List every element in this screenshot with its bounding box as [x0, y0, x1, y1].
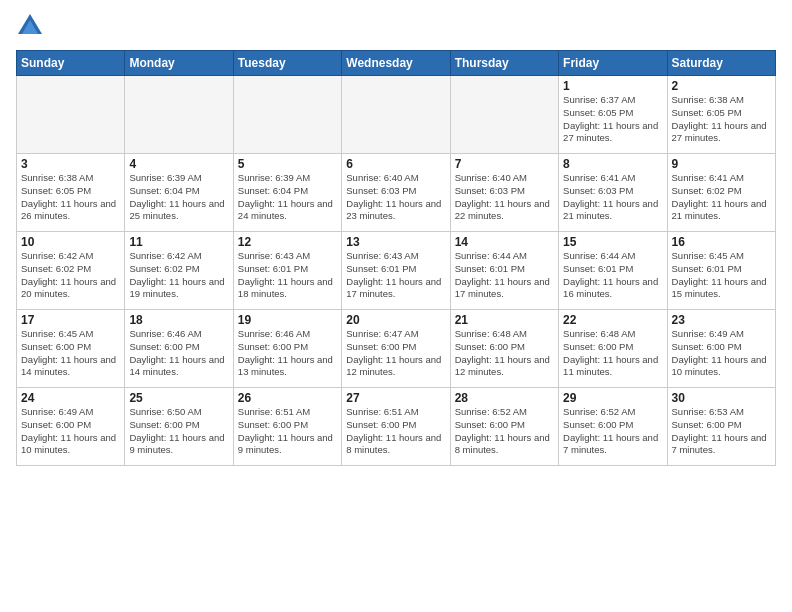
day-number: 24: [21, 391, 120, 405]
day-number: 25: [129, 391, 228, 405]
header-monday: Monday: [125, 51, 233, 76]
day-info: Sunrise: 6:46 AM Sunset: 6:00 PM Dayligh…: [129, 328, 228, 379]
day-cell: [342, 76, 450, 154]
day-number: 15: [563, 235, 662, 249]
day-info: Sunrise: 6:38 AM Sunset: 6:05 PM Dayligh…: [21, 172, 120, 223]
day-info: Sunrise: 6:39 AM Sunset: 6:04 PM Dayligh…: [238, 172, 337, 223]
week-row-1: 3Sunrise: 6:38 AM Sunset: 6:05 PM Daylig…: [17, 154, 776, 232]
day-info: Sunrise: 6:46 AM Sunset: 6:00 PM Dayligh…: [238, 328, 337, 379]
day-info: Sunrise: 6:38 AM Sunset: 6:05 PM Dayligh…: [672, 94, 771, 145]
day-cell: 12Sunrise: 6:43 AM Sunset: 6:01 PM Dayli…: [233, 232, 341, 310]
header-saturday: Saturday: [667, 51, 775, 76]
day-cell: 4Sunrise: 6:39 AM Sunset: 6:04 PM Daylig…: [125, 154, 233, 232]
day-info: Sunrise: 6:43 AM Sunset: 6:01 PM Dayligh…: [346, 250, 445, 301]
logo-icon: [16, 12, 44, 40]
day-number: 11: [129, 235, 228, 249]
day-cell: 3Sunrise: 6:38 AM Sunset: 6:05 PM Daylig…: [17, 154, 125, 232]
day-info: Sunrise: 6:49 AM Sunset: 6:00 PM Dayligh…: [21, 406, 120, 457]
day-cell: 2Sunrise: 6:38 AM Sunset: 6:05 PM Daylig…: [667, 76, 775, 154]
day-info: Sunrise: 6:41 AM Sunset: 6:02 PM Dayligh…: [672, 172, 771, 223]
day-info: Sunrise: 6:51 AM Sunset: 6:00 PM Dayligh…: [346, 406, 445, 457]
day-cell: 26Sunrise: 6:51 AM Sunset: 6:00 PM Dayli…: [233, 388, 341, 466]
day-number: 28: [455, 391, 554, 405]
day-number: 19: [238, 313, 337, 327]
day-info: Sunrise: 6:48 AM Sunset: 6:00 PM Dayligh…: [455, 328, 554, 379]
day-number: 20: [346, 313, 445, 327]
day-info: Sunrise: 6:50 AM Sunset: 6:00 PM Dayligh…: [129, 406, 228, 457]
logo: [16, 12, 48, 40]
day-cell: 14Sunrise: 6:44 AM Sunset: 6:01 PM Dayli…: [450, 232, 558, 310]
day-info: Sunrise: 6:51 AM Sunset: 6:00 PM Dayligh…: [238, 406, 337, 457]
day-number: 2: [672, 79, 771, 93]
day-info: Sunrise: 6:40 AM Sunset: 6:03 PM Dayligh…: [346, 172, 445, 223]
day-number: 3: [21, 157, 120, 171]
calendar: SundayMondayTuesdayWednesdayThursdayFrid…: [16, 50, 776, 466]
day-cell: 7Sunrise: 6:40 AM Sunset: 6:03 PM Daylig…: [450, 154, 558, 232]
day-info: Sunrise: 6:37 AM Sunset: 6:05 PM Dayligh…: [563, 94, 662, 145]
calendar-header-row: SundayMondayTuesdayWednesdayThursdayFrid…: [17, 51, 776, 76]
page-container: SundayMondayTuesdayWednesdayThursdayFrid…: [0, 0, 792, 612]
day-cell: 20Sunrise: 6:47 AM Sunset: 6:00 PM Dayli…: [342, 310, 450, 388]
day-number: 29: [563, 391, 662, 405]
day-cell: 18Sunrise: 6:46 AM Sunset: 6:00 PM Dayli…: [125, 310, 233, 388]
day-info: Sunrise: 6:49 AM Sunset: 6:00 PM Dayligh…: [672, 328, 771, 379]
day-cell: 22Sunrise: 6:48 AM Sunset: 6:00 PM Dayli…: [559, 310, 667, 388]
day-number: 26: [238, 391, 337, 405]
day-info: Sunrise: 6:43 AM Sunset: 6:01 PM Dayligh…: [238, 250, 337, 301]
day-number: 27: [346, 391, 445, 405]
day-number: 6: [346, 157, 445, 171]
header-thursday: Thursday: [450, 51, 558, 76]
day-info: Sunrise: 6:52 AM Sunset: 6:00 PM Dayligh…: [455, 406, 554, 457]
day-number: 18: [129, 313, 228, 327]
week-row-4: 24Sunrise: 6:49 AM Sunset: 6:00 PM Dayli…: [17, 388, 776, 466]
day-number: 9: [672, 157, 771, 171]
header-sunday: Sunday: [17, 51, 125, 76]
day-cell: 6Sunrise: 6:40 AM Sunset: 6:03 PM Daylig…: [342, 154, 450, 232]
day-number: 13: [346, 235, 445, 249]
day-info: Sunrise: 6:53 AM Sunset: 6:00 PM Dayligh…: [672, 406, 771, 457]
day-cell: 30Sunrise: 6:53 AM Sunset: 6:00 PM Dayli…: [667, 388, 775, 466]
day-cell: 13Sunrise: 6:43 AM Sunset: 6:01 PM Dayli…: [342, 232, 450, 310]
day-number: 16: [672, 235, 771, 249]
day-info: Sunrise: 6:42 AM Sunset: 6:02 PM Dayligh…: [21, 250, 120, 301]
day-number: 10: [21, 235, 120, 249]
day-cell: [125, 76, 233, 154]
day-cell: 10Sunrise: 6:42 AM Sunset: 6:02 PM Dayli…: [17, 232, 125, 310]
day-cell: 28Sunrise: 6:52 AM Sunset: 6:00 PM Dayli…: [450, 388, 558, 466]
day-info: Sunrise: 6:45 AM Sunset: 6:00 PM Dayligh…: [21, 328, 120, 379]
day-info: Sunrise: 6:42 AM Sunset: 6:02 PM Dayligh…: [129, 250, 228, 301]
day-cell: 16Sunrise: 6:45 AM Sunset: 6:01 PM Dayli…: [667, 232, 775, 310]
day-info: Sunrise: 6:52 AM Sunset: 6:00 PM Dayligh…: [563, 406, 662, 457]
day-number: 12: [238, 235, 337, 249]
day-cell: 29Sunrise: 6:52 AM Sunset: 6:00 PM Dayli…: [559, 388, 667, 466]
day-number: 8: [563, 157, 662, 171]
day-number: 21: [455, 313, 554, 327]
day-info: Sunrise: 6:41 AM Sunset: 6:03 PM Dayligh…: [563, 172, 662, 223]
day-info: Sunrise: 6:45 AM Sunset: 6:01 PM Dayligh…: [672, 250, 771, 301]
day-cell: 1Sunrise: 6:37 AM Sunset: 6:05 PM Daylig…: [559, 76, 667, 154]
day-cell: 24Sunrise: 6:49 AM Sunset: 6:00 PM Dayli…: [17, 388, 125, 466]
day-cell: 15Sunrise: 6:44 AM Sunset: 6:01 PM Dayli…: [559, 232, 667, 310]
day-cell: 23Sunrise: 6:49 AM Sunset: 6:00 PM Dayli…: [667, 310, 775, 388]
day-number: 7: [455, 157, 554, 171]
day-cell: [450, 76, 558, 154]
day-number: 1: [563, 79, 662, 93]
day-cell: 27Sunrise: 6:51 AM Sunset: 6:00 PM Dayli…: [342, 388, 450, 466]
day-info: Sunrise: 6:39 AM Sunset: 6:04 PM Dayligh…: [129, 172, 228, 223]
week-row-0: 1Sunrise: 6:37 AM Sunset: 6:05 PM Daylig…: [17, 76, 776, 154]
day-cell: 19Sunrise: 6:46 AM Sunset: 6:00 PM Dayli…: [233, 310, 341, 388]
day-cell: 11Sunrise: 6:42 AM Sunset: 6:02 PM Dayli…: [125, 232, 233, 310]
day-cell: 8Sunrise: 6:41 AM Sunset: 6:03 PM Daylig…: [559, 154, 667, 232]
day-number: 14: [455, 235, 554, 249]
day-cell: [233, 76, 341, 154]
week-row-2: 10Sunrise: 6:42 AM Sunset: 6:02 PM Dayli…: [17, 232, 776, 310]
day-number: 22: [563, 313, 662, 327]
day-info: Sunrise: 6:48 AM Sunset: 6:00 PM Dayligh…: [563, 328, 662, 379]
day-info: Sunrise: 6:44 AM Sunset: 6:01 PM Dayligh…: [563, 250, 662, 301]
day-cell: 9Sunrise: 6:41 AM Sunset: 6:02 PM Daylig…: [667, 154, 775, 232]
day-cell: 25Sunrise: 6:50 AM Sunset: 6:00 PM Dayli…: [125, 388, 233, 466]
day-info: Sunrise: 6:44 AM Sunset: 6:01 PM Dayligh…: [455, 250, 554, 301]
header-friday: Friday: [559, 51, 667, 76]
day-number: 30: [672, 391, 771, 405]
day-info: Sunrise: 6:40 AM Sunset: 6:03 PM Dayligh…: [455, 172, 554, 223]
